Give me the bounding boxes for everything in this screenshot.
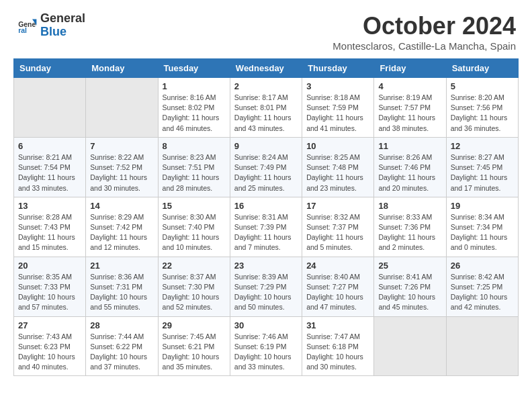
calendar-cell: 15Sunrise: 8:30 AM Sunset: 7:40 PM Dayli… <box>158 197 230 257</box>
calendar-week-4: 20Sunrise: 8:35 AM Sunset: 7:33 PM Dayli… <box>14 257 519 316</box>
day-number: 30 <box>234 320 298 330</box>
day-number: 3 <box>306 81 369 91</box>
day-info: Sunrise: 7:46 AM Sunset: 6:19 PM Dayligh… <box>234 332 298 373</box>
day-info: Sunrise: 8:24 AM Sunset: 7:49 PM Dayligh… <box>234 152 298 193</box>
header-friday: Friday <box>374 59 446 78</box>
day-info: Sunrise: 8:28 AM Sunset: 7:43 PM Dayligh… <box>18 212 81 253</box>
day-number: 2 <box>234 81 298 91</box>
day-number: 17 <box>306 201 369 211</box>
calendar-cell: 3Sunrise: 8:18 AM Sunset: 7:59 PM Daylig… <box>302 78 374 138</box>
calendar-cell: 24Sunrise: 8:40 AM Sunset: 7:27 PM Dayli… <box>302 257 374 316</box>
day-number: 9 <box>234 141 298 151</box>
calendar-cell: 9Sunrise: 8:24 AM Sunset: 7:49 PM Daylig… <box>230 137 302 197</box>
calendar-cell: 27Sunrise: 7:43 AM Sunset: 6:23 PM Dayli… <box>14 316 86 376</box>
header-sunday: Sunday <box>14 59 86 78</box>
calendar-week-5: 27Sunrise: 7:43 AM Sunset: 6:23 PM Dayli… <box>14 316 519 376</box>
day-number: 20 <box>18 261 81 271</box>
day-info: Sunrise: 8:32 AM Sunset: 7:37 PM Dayligh… <box>306 212 369 253</box>
logo-icon: Gene ral <box>16 15 38 36</box>
day-number: 8 <box>163 141 226 151</box>
day-info: Sunrise: 7:45 AM Sunset: 6:21 PM Dayligh… <box>163 332 226 373</box>
month-title: October 2024 <box>332 12 516 40</box>
day-info: Sunrise: 8:35 AM Sunset: 7:33 PM Dayligh… <box>18 272 81 313</box>
logo-text: General Blue <box>40 12 85 39</box>
day-info: Sunrise: 8:34 AM Sunset: 7:34 PM Dayligh… <box>451 212 514 253</box>
day-number: 31 <box>306 320 369 330</box>
logo-general: General <box>40 11 85 25</box>
day-number: 27 <box>18 320 81 330</box>
day-number: 1 <box>163 81 226 91</box>
day-number: 16 <box>234 201 298 211</box>
calendar-cell: 22Sunrise: 8:37 AM Sunset: 7:30 PM Dayli… <box>158 257 230 316</box>
calendar-cell: 14Sunrise: 8:29 AM Sunset: 7:42 PM Dayli… <box>86 197 158 257</box>
title-block: October 2024 Montesclaros, Castille-La M… <box>332 12 516 52</box>
calendar-cell: 12Sunrise: 8:27 AM Sunset: 7:45 PM Dayli… <box>446 137 518 197</box>
day-info: Sunrise: 8:26 AM Sunset: 7:46 PM Dayligh… <box>378 152 441 193</box>
day-info: Sunrise: 7:43 AM Sunset: 6:23 PM Dayligh… <box>18 332 81 373</box>
day-number: 6 <box>18 141 81 151</box>
day-number: 12 <box>451 141 514 151</box>
calendar-cell: 23Sunrise: 8:39 AM Sunset: 7:29 PM Dayli… <box>230 257 302 316</box>
day-info: Sunrise: 8:31 AM Sunset: 7:39 PM Dayligh… <box>234 212 298 253</box>
day-info: Sunrise: 8:21 AM Sunset: 7:54 PM Dayligh… <box>18 152 81 193</box>
calendar-cell: 13Sunrise: 8:28 AM Sunset: 7:43 PM Dayli… <box>14 197 86 257</box>
day-info: Sunrise: 8:17 AM Sunset: 8:01 PM Dayligh… <box>234 93 298 134</box>
calendar-cell: 6Sunrise: 8:21 AM Sunset: 7:54 PM Daylig… <box>14 137 86 197</box>
calendar-cell: 21Sunrise: 8:36 AM Sunset: 7:31 PM Dayli… <box>86 257 158 316</box>
calendar-week-1: 1Sunrise: 8:16 AM Sunset: 8:02 PM Daylig… <box>14 78 519 138</box>
calendar-cell: 26Sunrise: 8:42 AM Sunset: 7:25 PM Dayli… <box>446 257 518 316</box>
header-thursday: Thursday <box>302 59 374 78</box>
calendar-body: 1Sunrise: 8:16 AM Sunset: 8:02 PM Daylig… <box>14 78 519 376</box>
day-info: Sunrise: 8:37 AM Sunset: 7:30 PM Dayligh… <box>163 272 226 313</box>
header-monday: Monday <box>86 59 158 78</box>
calendar-header: Sunday Monday Tuesday Wednesday Thursday… <box>14 59 519 78</box>
day-number: 21 <box>90 261 153 271</box>
day-info: Sunrise: 8:39 AM Sunset: 7:29 PM Dayligh… <box>234 272 298 313</box>
day-number: 26 <box>451 261 514 271</box>
day-info: Sunrise: 8:29 AM Sunset: 7:42 PM Dayligh… <box>90 212 153 253</box>
logo: Gene ral General Blue <box>16 12 85 39</box>
calendar-cell: 25Sunrise: 8:41 AM Sunset: 7:26 PM Dayli… <box>374 257 446 316</box>
header-tuesday: Tuesday <box>158 59 230 78</box>
day-info: Sunrise: 8:40 AM Sunset: 7:27 PM Dayligh… <box>306 272 369 313</box>
calendar-cell: 19Sunrise: 8:34 AM Sunset: 7:34 PM Dayli… <box>446 197 518 257</box>
day-number: 28 <box>90 320 153 330</box>
day-number: 18 <box>378 201 441 211</box>
calendar-cell <box>14 78 86 138</box>
logo-blue: Blue <box>40 25 66 38</box>
day-number: 23 <box>234 261 298 271</box>
day-number: 25 <box>378 261 441 271</box>
calendar-cell: 20Sunrise: 8:35 AM Sunset: 7:33 PM Dayli… <box>14 257 86 316</box>
day-info: Sunrise: 8:30 AM Sunset: 7:40 PM Dayligh… <box>163 212 226 253</box>
day-number: 13 <box>18 201 81 211</box>
day-info: Sunrise: 8:27 AM Sunset: 7:45 PM Dayligh… <box>451 152 514 193</box>
day-info: Sunrise: 8:36 AM Sunset: 7:31 PM Dayligh… <box>90 272 153 313</box>
calendar-cell: 31Sunrise: 7:47 AM Sunset: 6:18 PM Dayli… <box>302 316 374 376</box>
day-info: Sunrise: 8:22 AM Sunset: 7:52 PM Dayligh… <box>90 152 153 193</box>
day-info: Sunrise: 8:20 AM Sunset: 7:56 PM Dayligh… <box>451 93 514 134</box>
calendar-cell: 8Sunrise: 8:23 AM Sunset: 7:51 PM Daylig… <box>158 137 230 197</box>
day-info: Sunrise: 8:19 AM Sunset: 7:57 PM Dayligh… <box>378 93 441 134</box>
page-header: Gene ral General Blue October 2024 Monte… <box>0 0 532 58</box>
day-info: Sunrise: 8:18 AM Sunset: 7:59 PM Dayligh… <box>306 93 369 134</box>
day-number: 14 <box>90 201 153 211</box>
calendar-cell: 5Sunrise: 8:20 AM Sunset: 7:56 PM Daylig… <box>446 78 518 138</box>
day-info: Sunrise: 8:42 AM Sunset: 7:25 PM Dayligh… <box>451 272 514 313</box>
weekday-header-row: Sunday Monday Tuesday Wednesday Thursday… <box>14 59 519 78</box>
calendar-cell: 7Sunrise: 8:22 AM Sunset: 7:52 PM Daylig… <box>86 137 158 197</box>
calendar-cell: 16Sunrise: 8:31 AM Sunset: 7:39 PM Dayli… <box>230 197 302 257</box>
calendar-cell: 2Sunrise: 8:17 AM Sunset: 8:01 PM Daylig… <box>230 78 302 138</box>
header-saturday: Saturday <box>446 59 518 78</box>
calendar-table: Sunday Monday Tuesday Wednesday Thursday… <box>13 58 519 376</box>
calendar-cell: 10Sunrise: 8:25 AM Sunset: 7:48 PM Dayli… <box>302 137 374 197</box>
day-number: 10 <box>306 141 369 151</box>
day-number: 24 <box>306 261 369 271</box>
svg-text:ral: ral <box>18 27 27 34</box>
location-subtitle: Montesclaros, Castille-La Mancha, Spain <box>332 40 516 52</box>
calendar-cell: 11Sunrise: 8:26 AM Sunset: 7:46 PM Dayli… <box>374 137 446 197</box>
calendar-cell: 29Sunrise: 7:45 AM Sunset: 6:21 PM Dayli… <box>158 316 230 376</box>
day-info: Sunrise: 8:23 AM Sunset: 7:51 PM Dayligh… <box>163 152 226 193</box>
day-number: 15 <box>163 201 226 211</box>
day-info: Sunrise: 8:33 AM Sunset: 7:36 PM Dayligh… <box>378 212 441 253</box>
calendar-cell <box>86 78 158 138</box>
